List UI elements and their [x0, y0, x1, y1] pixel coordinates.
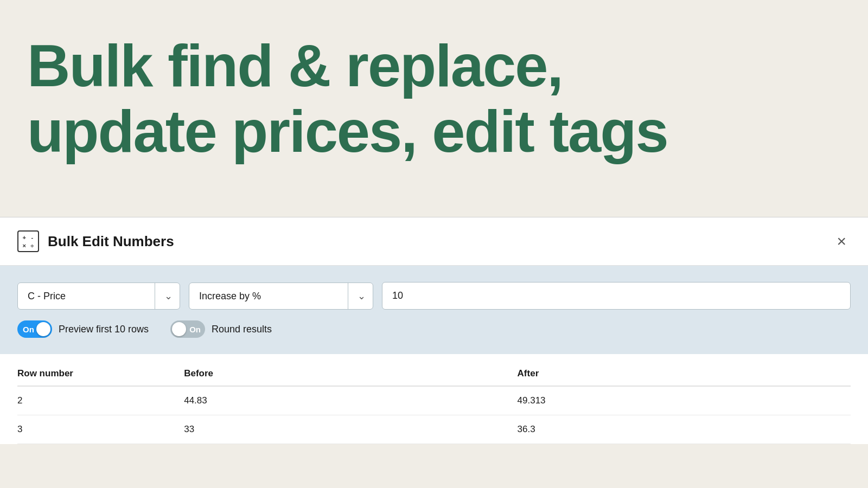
round-toggle-group: On Round results: [170, 320, 272, 338]
modal-section: +-×÷ Bulk Edit Numbers × C - Price A - C…: [0, 217, 868, 444]
table-row: 3 33 36.3: [17, 415, 851, 444]
hero-section: Bulk find & replace, update prices, edit…: [0, 0, 868, 217]
modal-body: C - Price A - Cost B - Stock ⌄ Increase …: [0, 266, 868, 354]
operation-select-wrapper: Increase by % Decrease by % Set to Multi…: [189, 282, 373, 310]
preview-toggle[interactable]: On: [17, 320, 52, 338]
calculator-icon: +-×÷: [17, 230, 39, 252]
cell-before-1: 44.83: [184, 386, 517, 415]
cell-after-1: 49.313: [518, 386, 851, 415]
table-body: 2 44.83 49.313 3 33 36.3: [17, 386, 851, 444]
round-toggle[interactable]: On: [170, 320, 205, 338]
column-header-row-number: Row number: [17, 359, 184, 386]
operation-select[interactable]: Increase by % Decrease by % Set to Multi…: [189, 282, 373, 310]
table-section: Row number Before After 2 44.83 49.313: [0, 359, 868, 444]
value-input[interactable]: [382, 282, 851, 310]
cell-row-number-2: 3: [17, 415, 184, 444]
preview-toggle-text: On: [23, 325, 34, 334]
round-toggle-text: On: [189, 325, 201, 334]
round-toggle-track: On: [170, 320, 205, 338]
round-toggle-thumb: [172, 322, 186, 336]
hero-title: Bulk find & replace, update prices, edit…: [27, 33, 841, 164]
column-select-wrapper: C - Price A - Cost B - Stock ⌄: [17, 282, 180, 310]
modal-header: +-×÷ Bulk Edit Numbers ×: [0, 217, 868, 266]
options-row: On Preview first 10 rows On Round result…: [17, 320, 851, 338]
data-table: Row number Before After 2 44.83 49.313: [17, 359, 851, 444]
table-header-row: Row number Before After: [17, 359, 851, 386]
preview-toggle-label: Preview first 10 rows: [59, 324, 149, 335]
cell-before-2: 33: [184, 415, 517, 444]
cell-after-2: 36.3: [518, 415, 851, 444]
preview-toggle-track: On: [17, 320, 52, 338]
preview-toggle-thumb: [36, 322, 50, 336]
column-select[interactable]: C - Price A - Cost B - Stock: [17, 282, 180, 310]
column-header-before: Before: [184, 359, 517, 386]
preview-toggle-group: On Preview first 10 rows: [17, 320, 149, 338]
cell-row-number-1: 2: [17, 386, 184, 415]
round-toggle-label: Round results: [212, 324, 272, 335]
modal-header-left: +-×÷ Bulk Edit Numbers: [17, 230, 174, 252]
table-row: 2 44.83 49.313: [17, 386, 851, 415]
column-header-after: After: [518, 359, 851, 386]
controls-row: C - Price A - Cost B - Stock ⌄ Increase …: [17, 282, 851, 310]
modal-title: Bulk Edit Numbers: [48, 233, 174, 250]
close-button[interactable]: ×: [832, 231, 851, 252]
